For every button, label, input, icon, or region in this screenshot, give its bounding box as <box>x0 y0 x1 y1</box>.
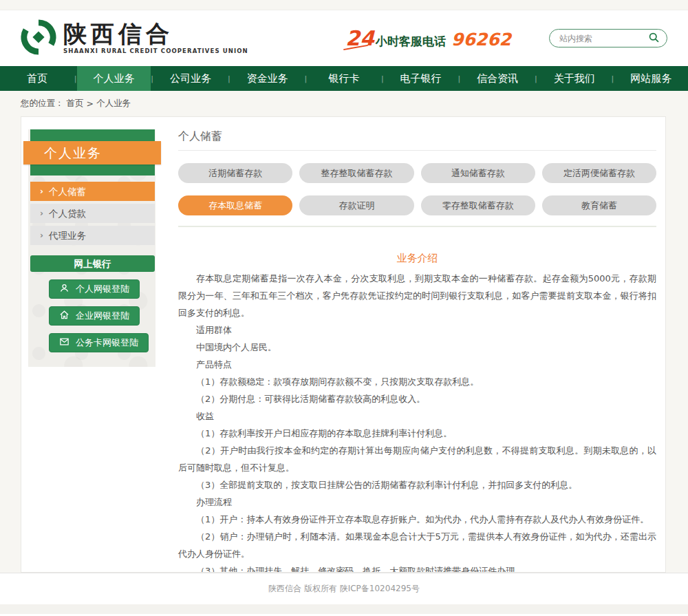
breadcrumb-current: 个人业务 <box>96 98 131 109</box>
nav-item-home[interactable]: 首页 <box>0 66 74 91</box>
sidebar-hero: 个人业务 <box>28 129 155 176</box>
netbank-buttons: 个人网银登陆企业网银登陆公务卡网银登陆 <box>28 272 155 352</box>
article-paragraph: 适用群体 <box>178 321 656 339</box>
official-card-ebank-login-button[interactable]: 公务卡网银登陆 <box>49 333 149 352</box>
article-paragraph: 中国境内个人居民。 <box>178 339 656 356</box>
home-icon <box>59 310 69 322</box>
nav-item-site-services[interactable]: 网站服务 <box>614 66 688 91</box>
corporate-ebank-login-button[interactable]: 企业网银登陆 <box>49 306 140 326</box>
article-paragraph: （1）开户：持本人有效身份证件开立存本取息存折账户。如为代办，代办人需持有存款人… <box>178 511 656 528</box>
article-paragraph: 存本取息定期储蓄是指一次存入本金，分次支取利息，到期支取本金的一种储蓄存款。起存… <box>178 270 656 321</box>
tab-separator <box>178 226 656 227</box>
sidebar-item-agency-services[interactable]: ›代理业务 <box>30 226 155 245</box>
sidebar-item-label: 个人储蓄 <box>49 182 86 201</box>
hotline-label: 小时客服电话 <box>376 34 446 50</box>
section-heading: 业务介绍 <box>178 252 656 265</box>
tab-current-deposit[interactable]: 活期储蓄存款 <box>178 163 292 183</box>
user-icon <box>59 283 69 295</box>
tab-interest-withdrawal-deposit[interactable]: 存本取息储蓄 <box>178 195 292 215</box>
sidebar-item-personal-loans[interactable]: ›个人贷款 <box>30 204 155 223</box>
tab-deposit-certificate[interactable]: 存款证明 <box>299 195 413 215</box>
search-icon[interactable] <box>648 32 660 45</box>
main-content: 个人储蓄 活期储蓄存款整存整取储蓄存款通知储蓄存款定活两便储蓄存款存本取息储蓄存… <box>155 117 665 572</box>
logo-title: 陕西信合 <box>63 22 248 45</box>
article-paragraph: 产品特点 <box>178 356 656 373</box>
tab-notice-deposit[interactable]: 通知储蓄存款 <box>421 163 535 183</box>
breadcrumb: 您的位置： 首页 > 个人业务 <box>0 91 688 116</box>
logo-subtitle: SHAANXI RURAL CREDIT COOPERATIVES UNION <box>63 48 248 54</box>
bottom-strip <box>0 604 688 614</box>
sidebar-item-label: 个人贷款 <box>49 204 86 223</box>
site-search[interactable] <box>549 29 667 47</box>
chevron-right-icon: › <box>40 182 43 201</box>
main-container: 个人业务 ›个人储蓄›个人贷款›代理业务 网上银行 个人网银登陆企业网银登陆公务… <box>21 116 666 573</box>
tab-installment-deposit[interactable]: 零存整取储蓄存款 <box>421 195 535 215</box>
netbank-panel-title: 网上银行 <box>30 255 155 272</box>
page-title: 个人储蓄 <box>178 129 656 144</box>
article-paragraph: （2）分期付息：可获得比活期储蓄存款较高的利息收入。 <box>178 390 656 407</box>
sidebar-menu: ›个人储蓄›个人贷款›代理业务 <box>28 182 155 245</box>
article-paragraph: （3）全部提前支取的，按支取日挂牌公告的活期储蓄存款利率计付利息，并扣回多支付的… <box>178 476 656 493</box>
logo-icon <box>21 19 56 57</box>
breadcrumb-label: 您的位置： <box>21 98 64 109</box>
button-label: 企业网银登陆 <box>76 310 129 322</box>
service-hotline: 24 小时客服电话 96262 <box>345 26 511 50</box>
site-header: 陕西信合 SHAANXI RURAL CREDIT COOPERATIVES U… <box>0 10 688 66</box>
tab-lump-deposit[interactable]: 整存整取储蓄存款 <box>299 163 413 183</box>
personal-ebank-login-button[interactable]: 个人网银登陆 <box>49 279 140 299</box>
article-paragraph: （2）开户时由我行按本金和约定的存期计算出每期应向储户支付的利息数，不得提前支取… <box>178 442 656 476</box>
chevron-right-icon: › <box>40 204 43 223</box>
nav-item-bank-card[interactable]: 银行卡 <box>307 66 381 91</box>
sidebar-item-personal-savings[interactable]: ›个人储蓄 <box>30 182 155 201</box>
chevron-right-icon: › <box>40 226 43 245</box>
product-tabs: 活期储蓄存款整存整取储蓄存款通知储蓄存款定活两便储蓄存款存本取息储蓄存款证明零存… <box>178 163 656 215</box>
nav-item-about[interactable]: 关于我们 <box>537 66 612 91</box>
page-background: 个人业务 ›个人储蓄›个人贷款›代理业务 网上银行 个人网银登陆企业网银登陆公务… <box>0 116 688 573</box>
nav-item-funds[interactable]: 资金业务 <box>230 66 305 91</box>
copyright-text: 陕西信合 版权所有 陕ICP备10204295号 <box>268 583 420 595</box>
article-paragraph: （2）销户：办理销户时，利随本清。如果现金本息合计大于5万元，需提供本人有效身份… <box>178 528 656 562</box>
envelope-icon <box>59 337 69 349</box>
sidebar-item-label: 代理业务 <box>49 226 86 245</box>
breadcrumb-separator: > <box>87 98 94 109</box>
article-body: 存本取息定期储蓄是指一次存入本金，分次支取利息，到期支取本金的一种储蓄存款。起存… <box>178 270 656 573</box>
sidebar-title-ribbon: 个人业务 <box>23 141 161 164</box>
netbank-panel: 网上银行 个人网银登陆企业网银登陆公务卡网银登陆 <box>28 255 155 352</box>
main-nav: 首页|个人业务|公司业务|资金业务|银行卡|电子银行|信合资讯|关于我们|网站服… <box>0 66 688 91</box>
tab-education-savings[interactable]: 教育储蓄 <box>542 195 656 215</box>
nav-item-news[interactable]: 信合资讯 <box>460 66 535 91</box>
site-logo[interactable]: 陕西信合 SHAANXI RURAL CREDIT COOPERATIVES U… <box>21 19 248 57</box>
sidebar: 个人业务 ›个人储蓄›个人贷款›代理业务 网上银行 个人网银登陆企业网银登陆公务… <box>28 129 155 367</box>
nav-item-personal[interactable]: 个人业务 <box>77 66 151 91</box>
hotline-24: 24 <box>345 26 374 50</box>
site-footer: 陕西信合 版权所有 陕ICP备10204295号 <box>0 573 688 604</box>
tab-flexible-deposit[interactable]: 定活两便储蓄存款 <box>542 163 656 183</box>
hotline-number: 96262 <box>451 30 511 50</box>
article-paragraph: 办理流程 <box>178 493 656 511</box>
nav-item-e-banking[interactable]: 电子银行 <box>384 66 458 91</box>
top-strip <box>0 0 688 10</box>
nav-item-corporate[interactable]: 公司业务 <box>153 66 228 91</box>
button-label: 公务卡网银登陆 <box>76 337 138 349</box>
article-paragraph: （3）其他：办理挂失、解挂、修改密码、换折、大额取款时请携带身份证件办理。 <box>178 562 656 573</box>
article-paragraph: （1）存款利率按开户日相应存期的存本取息挂牌利率计付利息。 <box>178 425 656 442</box>
button-label: 个人网银登陆 <box>76 283 129 295</box>
search-input[interactable] <box>559 34 648 43</box>
breadcrumb-home-link[interactable]: 首页 <box>67 98 84 109</box>
article-paragraph: 收益 <box>178 407 656 425</box>
article-paragraph: （1）存款额稳定：款项存放期间存款额不变，只按期次支取存款利息。 <box>178 373 656 390</box>
